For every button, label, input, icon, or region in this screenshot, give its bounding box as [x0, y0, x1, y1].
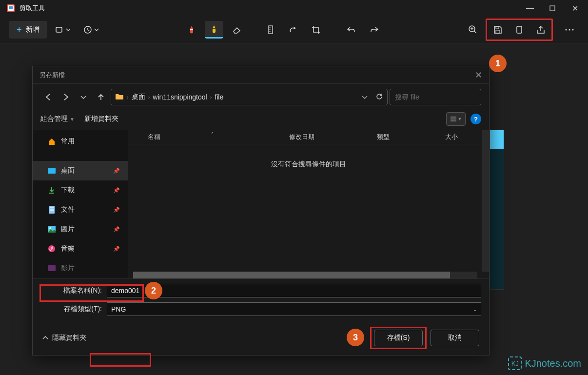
sidebar-item-home[interactable]: 常用 — [33, 132, 128, 151]
pin-icon: 📌 — [113, 207, 120, 213]
file-list: 名稱˄ 修改日期 類型 大小 沒有符合搜尋條件的項目 — [128, 130, 489, 278]
new-button[interactable]: + 新增 — [9, 21, 47, 39]
undo-button[interactable] — [341, 21, 361, 39]
document-icon — [47, 206, 56, 214]
svg-rect-36 — [48, 265, 56, 271]
dialog-title: 另存新檔 — [39, 71, 65, 79]
breadcrumb-seg3[interactable]: file — [215, 93, 223, 101]
close-button[interactable]: ✕ — [564, 0, 586, 17]
annotation-2: 2 — [145, 282, 162, 299]
svg-rect-29 — [49, 206, 55, 214]
column-headers[interactable]: 名稱˄ 修改日期 類型 大小 — [128, 130, 489, 144]
filename-label: 檔案名稱(N): — [40, 286, 104, 295]
highlighter-tool[interactable] — [205, 21, 223, 39]
dialog-titlebar: 另存新檔 ✕ — [33, 66, 489, 84]
svg-point-12 — [294, 27, 295, 29]
breadcrumb-seg2[interactable]: win11snippingtool — [153, 93, 207, 101]
search-box[interactable] — [390, 89, 481, 105]
watermark: KJ KJnotes.com — [508, 356, 581, 370]
download-icon — [47, 187, 56, 194]
breadcrumb-seg1[interactable]: 桌面 — [132, 93, 145, 101]
svg-rect-3 — [550, 6, 555, 11]
sidebar-item-documents[interactable]: 文件 📌 — [33, 200, 128, 219]
pen-tool[interactable] — [182, 21, 201, 39]
filetype-label: 存檔類型(T): — [40, 305, 104, 314]
ruler-tool[interactable] — [262, 21, 279, 39]
cancel-button[interactable]: 取消 — [431, 330, 479, 346]
desktop-icon — [47, 168, 56, 174]
svg-rect-7 — [213, 28, 216, 29]
svg-rect-28 — [48, 168, 56, 174]
help-button[interactable]: ? — [470, 114, 481, 124]
svg-point-20 — [566, 29, 567, 31]
app-title: 剪取工具 — [20, 4, 45, 13]
breadcrumb[interactable]: › 桌面 › win11snippingtool › file — [111, 89, 388, 105]
svg-rect-6 — [190, 29, 193, 30]
toolbar: + 新增 — [0, 17, 588, 43]
music-icon — [47, 245, 56, 252]
search-input[interactable] — [395, 93, 480, 101]
more-button[interactable] — [560, 21, 579, 39]
svg-point-34 — [49, 227, 51, 229]
mode-dropdown[interactable] — [50, 21, 76, 39]
svg-rect-19 — [517, 26, 522, 33]
nav-forward-button[interactable] — [58, 89, 74, 105]
view-mode-button[interactable]: ▼ — [446, 112, 466, 126]
redo-button[interactable] — [365, 21, 384, 39]
svg-rect-2 — [9, 6, 13, 9]
scrollbar-horizontal[interactable] — [133, 272, 477, 278]
sidebar: 常用 桌面 📌 下載 📌 文件 📌 圖片 📌 — [33, 130, 128, 278]
sidebar-item-desktop[interactable]: 桌面 📌 — [33, 161, 128, 180]
pin-icon: 📌 — [113, 168, 120, 174]
save-dialog: 另存新檔 ✕ › 桌面 › win11snippingtool › file 組… — [32, 66, 490, 355]
breadcrumb-dropdown[interactable] — [362, 93, 368, 101]
pin-icon: 📌 — [113, 187, 120, 194]
hidden-folders-toggle[interactable]: 隱藏資料夾 — [42, 334, 86, 342]
nav-up-button[interactable] — [93, 89, 109, 105]
filename-input[interactable] — [107, 284, 481, 297]
new-label: 新增 — [26, 25, 39, 34]
dialog-close-button[interactable]: ✕ — [475, 70, 482, 80]
nav-recent-dropdown[interactable] — [76, 89, 91, 105]
canvas-preview-strip — [490, 130, 504, 290]
home-icon — [47, 138, 56, 145]
copy-button[interactable] — [510, 21, 529, 39]
save-copy-share-group — [486, 19, 553, 41]
touch-write-tool[interactable] — [283, 21, 302, 39]
plus-icon: + — [17, 25, 22, 35]
svg-point-21 — [569, 29, 570, 31]
video-icon — [47, 265, 56, 271]
pin-icon: 📌 — [113, 246, 120, 252]
minimize-button[interactable]: — — [519, 0, 541, 17]
svg-rect-18 — [496, 30, 500, 33]
delay-dropdown[interactable] — [78, 21, 104, 39]
sidebar-item-downloads[interactable]: 下載 📌 — [33, 180, 128, 200]
svg-point-22 — [572, 29, 574, 31]
nav-back-button[interactable] — [40, 89, 56, 105]
chevron-up-icon — [42, 336, 48, 340]
refresh-button[interactable] — [375, 93, 383, 102]
save-button[interactable] — [488, 21, 508, 39]
pictures-icon — [47, 226, 56, 233]
pin-icon: 📌 — [113, 226, 120, 233]
sidebar-item-music[interactable]: 音樂 📌 — [33, 239, 128, 258]
titlebar: 剪取工具 — ✕ — [0, 0, 588, 17]
new-folder-button[interactable]: 新增資料夾 — [84, 115, 118, 123]
organize-button[interactable]: 組合管理 ▼ — [40, 115, 75, 123]
annotation-3: 3 — [347, 329, 364, 346]
sort-indicator: ˄ — [211, 132, 214, 137]
save-confirm-button[interactable]: 存檔(S) — [374, 330, 423, 346]
zoom-button[interactable] — [463, 21, 483, 39]
share-button[interactable] — [531, 21, 550, 39]
sidebar-item-pictures[interactable]: 圖片 📌 — [33, 219, 128, 239]
maximize-button[interactable] — [541, 0, 564, 17]
folder-icon — [115, 93, 124, 102]
svg-rect-4 — [56, 27, 62, 32]
crop-tool[interactable] — [306, 21, 326, 39]
filetype-dropdown[interactable]: PNG ⌄ — [107, 302, 481, 316]
sidebar-item-videos[interactable]: 影片 — [33, 258, 128, 278]
scrollbar-vertical[interactable] — [481, 130, 489, 272]
empty-message: 沒有符合搜尋條件的項目 — [128, 160, 489, 169]
annotation-1: 1 — [489, 55, 507, 72]
eraser-tool[interactable] — [227, 21, 247, 39]
